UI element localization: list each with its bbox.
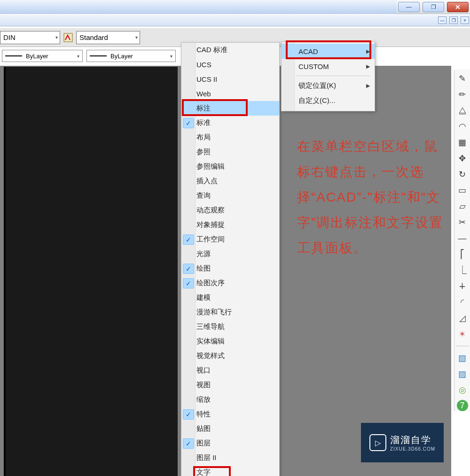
ctx-item-label: 参照编辑 <box>196 162 225 171</box>
ctx-item-6[interactable]: 布局 <box>181 130 279 145</box>
maximize-button[interactable]: ❐ <box>423 2 444 12</box>
ctx-item-8[interactable]: 参照编辑 <box>181 159 279 174</box>
ctx-item-19[interactable]: 三维导航 <box>181 320 279 334</box>
ctx-item-16[interactable]: ✓绘图次序 <box>181 276 279 290</box>
ctx-item-26[interactable]: 贴图 <box>181 421 279 436</box>
ctx-item-25[interactable]: ✓特性 <box>181 407 279 421</box>
ctx-item-18[interactable]: 漫游和飞行 <box>181 305 279 320</box>
ctx-item-14[interactable]: 光源 <box>181 247 279 261</box>
ctx-item-2[interactable]: UCS II <box>181 72 279 86</box>
ctx-item-label: 布局 <box>196 133 211 142</box>
fillet-icon[interactable]: ◜ <box>456 296 469 308</box>
chevron-down-icon: ▾ <box>77 54 79 59</box>
ctx-item-3[interactable]: Web <box>181 86 279 101</box>
text-style-value: Standard <box>79 33 108 41</box>
chevron-right-icon: ▶ <box>366 83 370 89</box>
ctx-item-12[interactable]: 对象捕捉 <box>181 218 279 232</box>
stretch-icon[interactable]: ▱ <box>456 200 469 212</box>
ctx-item-24[interactable]: 缩放 <box>181 392 279 407</box>
model-viewport[interactable] <box>4 67 178 476</box>
chevron-right-icon: ▶ <box>366 48 370 55</box>
submenu-item-1[interactable]: CUSTOM▶ <box>282 59 375 74</box>
check-placeholder <box>181 43 196 57</box>
dim-style-combo[interactable]: DIN ▾ <box>0 31 60 44</box>
lineweight-value: ByLayer <box>110 53 133 60</box>
layer-icon[interactable]: ▧ <box>456 352 469 364</box>
ctx-item-22[interactable]: 视口 <box>181 363 279 378</box>
ctx-item-label: 查询 <box>196 191 211 200</box>
ctx-item-label: 标准 <box>196 118 211 127</box>
scale-icon[interactable]: ▭ <box>456 184 469 196</box>
submenu-item-3[interactable]: 锁定位置(K)▶ <box>282 78 375 93</box>
join-icon[interactable]: ∔ <box>456 280 469 292</box>
pencil-icon[interactable]: ✏ <box>456 88 469 101</box>
break-at-icon[interactable]: ⎿ <box>456 264 469 276</box>
ctx-item-29[interactable]: 文字 <box>181 465 279 476</box>
ctx-item-13[interactable]: ✓工作空间 <box>181 232 279 247</box>
mirror-icon[interactable]: ⧋ <box>456 104 469 117</box>
close-button[interactable]: ✕ <box>447 2 469 12</box>
linetype-value: ByLayer <box>26 53 48 60</box>
explode-icon[interactable]: ✶ <box>456 328 469 340</box>
doc-window-controls: — ❐ × <box>438 16 469 24</box>
layer2-icon[interactable]: ▨ <box>456 368 469 380</box>
ctx-item-28[interactable]: 图层 II <box>181 451 279 465</box>
ctx-item-label: 对象捕捉 <box>196 220 225 229</box>
chamfer-icon[interactable]: ◿ <box>456 312 469 324</box>
doc-close-button[interactable]: × <box>461 16 469 24</box>
ctx-item-label: 建模 <box>196 293 211 302</box>
check-placeholder <box>181 320 196 334</box>
doc-minimize-button[interactable]: — <box>438 16 446 24</box>
check-placeholder <box>181 101 196 116</box>
ctx-item-1[interactable]: UCS <box>181 57 279 72</box>
rotate-icon[interactable]: ↻ <box>456 168 469 180</box>
ctx-item-23[interactable]: 视图 <box>181 378 279 392</box>
ctx-item-label: 缩放 <box>196 395 211 404</box>
ctx-item-4[interactable]: 标注 <box>181 101 279 116</box>
ctx-item-label: 参照 <box>196 148 211 156</box>
ctx-item-5[interactable]: ✓标准 <box>181 116 279 130</box>
ctx-item-11[interactable]: 动态观察 <box>181 203 279 218</box>
dim-update-icon[interactable] <box>62 31 74 44</box>
text-style-combo[interactable]: Standard ▾ <box>76 31 140 44</box>
ctx-item-label: 插入点 <box>196 177 218 186</box>
ctx-item-17[interactable]: 建模 <box>181 290 279 305</box>
move-icon[interactable]: ✥ <box>456 152 469 164</box>
block-icon[interactable]: ◎ <box>456 384 469 396</box>
ctx-item-label: 标注 <box>196 104 211 113</box>
break-icon[interactable]: ⎡ <box>456 248 469 260</box>
doc-maximize-button[interactable]: ❐ <box>449 16 458 24</box>
lineweight-combo[interactable]: ByLayer ▾ <box>86 50 176 62</box>
pencil-sparkle-icon[interactable]: ✎ <box>456 72 469 85</box>
trim-icon[interactable]: ✂ <box>456 216 469 228</box>
ctx-item-7[interactable]: 参照 <box>181 145 279 159</box>
check-placeholder <box>181 57 196 72</box>
linetype-combo[interactable]: ByLayer ▾ <box>2 50 83 62</box>
line-sample-icon <box>5 55 22 56</box>
offset-icon[interactable]: ◠ <box>456 120 469 133</box>
ctx-item-label: 贴图 <box>196 424 211 433</box>
submenu-item-4[interactable]: 自定义(C)... <box>282 93 375 108</box>
svg-rect-0 <box>64 33 72 42</box>
minimize-button[interactable]: — <box>398 2 420 12</box>
ctx-item-21[interactable]: 视觉样式 <box>181 349 279 363</box>
submenu-item-0[interactable]: ACAD▶ <box>282 44 375 59</box>
context-submenu-profiles: ACAD▶CUSTOM▶锁定位置(K)▶自定义(C)... <box>281 41 375 111</box>
extend-icon[interactable]: — <box>456 232 469 244</box>
status-icon[interactable]: 7 <box>457 400 468 411</box>
ctx-item-9[interactable]: 插入点 <box>181 174 279 188</box>
ctx-item-label: 光源 <box>196 250 211 258</box>
check-icon: ✓ <box>183 438 194 449</box>
watermark-sub: ZIXUE.3D66.COM <box>390 446 435 452</box>
instruction-text: 在菜单栏空白区域，鼠标右键点击，一次选择“ACAD”-"标注"和“文字”调出标注… <box>297 134 445 261</box>
array-icon[interactable]: ▦ <box>456 136 469 148</box>
ctx-item-27[interactable]: ✓图层 <box>181 436 279 451</box>
ctx-item-label: CAD 标准 <box>196 46 227 55</box>
ctx-item-15[interactable]: ✓绘图 <box>181 261 279 276</box>
ctx-item-0[interactable]: CAD 标准 <box>181 43 279 57</box>
ctx-item-label: 特性 <box>196 410 211 419</box>
ctx-item-10[interactable]: 查询 <box>181 188 279 203</box>
ctx-item-label: 绘图 <box>196 264 211 273</box>
ctx-item-20[interactable]: 实体编辑 <box>181 334 279 349</box>
check-placeholder <box>181 349 196 363</box>
